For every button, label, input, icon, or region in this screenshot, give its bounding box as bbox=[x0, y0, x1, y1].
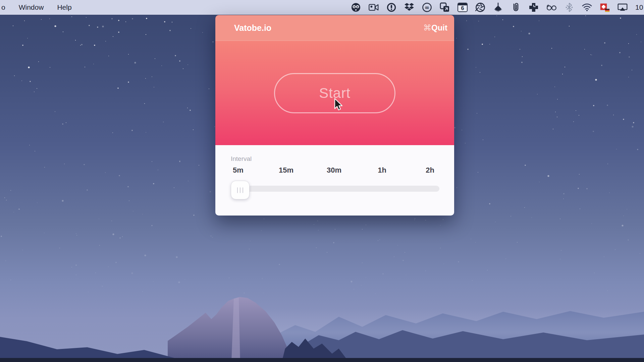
window-title: Vatobe.io bbox=[234, 23, 271, 33]
airplay-display-icon[interactable] bbox=[618, 0, 628, 15]
german-flag-icon bbox=[605, 9, 609, 12]
paperclip-icon[interactable] bbox=[511, 0, 521, 15]
menu-bar-clock[interactable]: 10 bbox=[635, 3, 644, 11]
menu-item-help[interactable]: Help bbox=[57, 3, 71, 11]
video-camera-icon[interactable] bbox=[369, 0, 379, 15]
command-key-icon: ⌘ bbox=[423, 23, 431, 32]
broom-icon[interactable] bbox=[493, 0, 503, 15]
menu-bar-menus: o Window Help bbox=[0, 3, 72, 11]
start-button[interactable]: Start bbox=[274, 73, 395, 113]
dropbox-icon[interactable] bbox=[404, 0, 414, 15]
menu-bar-status-icons: ∞ 6 bbox=[351, 0, 644, 15]
bluetooth-icon[interactable] bbox=[564, 0, 574, 15]
keyhole-icon[interactable] bbox=[386, 0, 396, 15]
desktop: o Window Help ∞ 6 bbox=[0, 0, 644, 362]
window-titlebar[interactable]: Vatobe.io ⌘Quit bbox=[215, 15, 454, 41]
creative-cloud-icon[interactable]: ∞ bbox=[422, 0, 432, 15]
quit-button[interactable]: ⌘Quit bbox=[423, 23, 447, 33]
input-source-icon[interactable] bbox=[600, 0, 610, 15]
cross-icon[interactable] bbox=[529, 0, 539, 15]
interval-panel: Interval 5m 15m 30m 1h 2h bbox=[215, 145, 454, 216]
svg-text:∞: ∞ bbox=[425, 4, 429, 11]
slider-handle[interactable] bbox=[231, 181, 250, 199]
menu-item-truncated[interactable]: o bbox=[1, 3, 5, 11]
overlapping-squares-icon[interactable] bbox=[440, 0, 450, 15]
calendar-icon[interactable]: 6 bbox=[458, 0, 468, 15]
menu-bar: o Window Help ∞ 6 bbox=[0, 0, 644, 15]
gradient-panel: Start bbox=[215, 41, 454, 145]
quit-label: Quit bbox=[431, 23, 447, 32]
slider-track[interactable] bbox=[235, 186, 439, 192]
aperture-icon[interactable] bbox=[475, 0, 485, 15]
interval-slider bbox=[215, 145, 454, 216]
wifi-icon[interactable] bbox=[582, 0, 592, 15]
owl-icon[interactable] bbox=[351, 0, 361, 15]
calendar-day: 6 bbox=[458, 5, 467, 11]
vatobe-window: Vatobe.io ⌘Quit Start Interval 5m 15m 30… bbox=[215, 15, 454, 216]
glasses-icon[interactable] bbox=[546, 0, 556, 15]
menu-item-window[interactable]: Window bbox=[19, 3, 44, 11]
